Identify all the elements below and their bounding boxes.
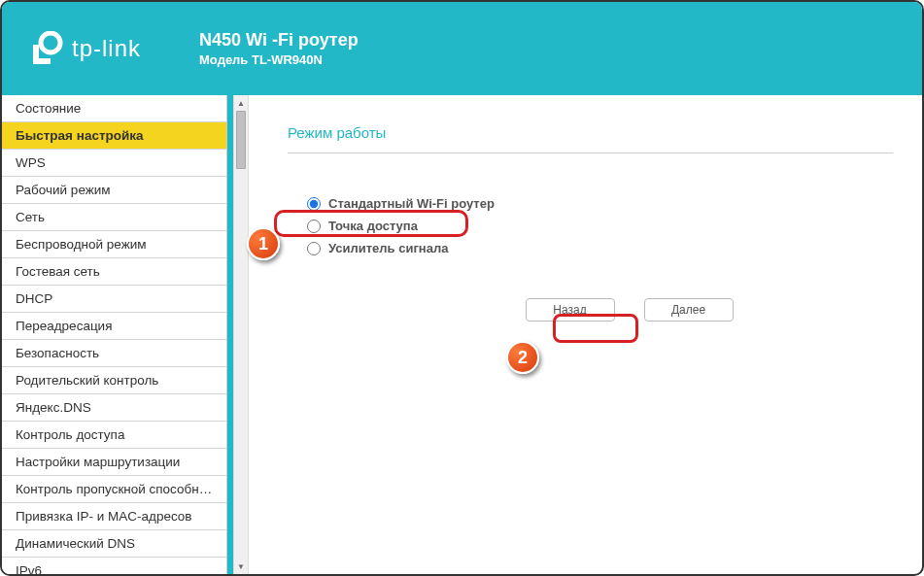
main-panel: Режим работы Стандартный Wi-Fi роутерТоч… [249,95,922,574]
sidebar-item-14[interactable]: Контроль пропускной способности [2,476,226,503]
mode-radio-0[interactable] [307,197,321,211]
sidebar-item-13[interactable]: Настройки маршрутизации [2,449,226,476]
sidebar-item-17[interactable]: IPv6 [2,558,226,574]
sidebar-item-9[interactable]: Безопасность [2,340,226,367]
sidebar-item-12[interactable]: Контроль доступа [2,422,226,449]
tp-link-logo-icon [29,31,64,66]
product-info: N450 Wi -Fi роутер Модель TL-WR940N [199,30,359,67]
next-button[interactable]: Далее [644,298,734,322]
product-title: N450 Wi -Fi роутер [199,30,359,51]
sidebar-item-7[interactable]: DHCP [2,286,226,313]
brand-text: tp-link [72,35,141,62]
callout-badge-2: 2 [506,341,539,374]
sidebar-item-0[interactable]: Состояние [2,95,226,122]
sidebar-item-8[interactable]: Переадресация [2,313,226,340]
scroll-down-icon[interactable]: ▼ [234,559,248,574]
mode-option-0[interactable]: Стандартный Wi-Fi роутер [307,192,893,215]
svg-point-0 [41,33,60,52]
sidebar-item-1[interactable]: Быстрая настройка [2,122,226,150]
mode-label-2: Усилитель сигнала [328,241,448,255]
mode-radio-2[interactable] [307,242,321,255]
sidebar-item-3[interactable]: Рабочий режим [2,177,226,204]
scrollbar[interactable]: ▲ ▼ [233,95,249,574]
sidebar-item-4[interactable]: Сеть [2,204,226,231]
sidebar-item-5[interactable]: Беспроводной режим [2,231,226,258]
sidebar-item-2[interactable]: WPS [2,150,226,177]
scroll-thumb[interactable] [236,111,246,169]
mode-label-1: Точка доступа [328,219,418,233]
page-title: Режим работы [288,124,893,141]
callout-badge-1: 1 [247,227,280,260]
sidebar: СостояниеБыстрая настройкаWPSРабочий реж… [2,95,227,574]
sidebar-item-15[interactable]: Привязка IP- и MAC-адресов [2,503,226,530]
button-row: Назад Далее [365,298,893,322]
scroll-track[interactable] [234,111,248,559]
sidebar-item-10[interactable]: Родительский контроль [2,367,226,394]
content-container: СостояниеБыстрая настройкаWPSРабочий реж… [2,95,922,574]
sidebar-item-6[interactable]: Гостевая сеть [2,258,226,286]
mode-radio-1[interactable] [307,220,321,233]
product-model: Модель TL-WR940N [199,52,359,67]
title-divider [288,152,893,153]
mode-option-2[interactable]: Усилитель сигнала [307,237,893,259]
sidebar-item-16[interactable]: Динамический DNS [2,530,226,558]
mode-option-1[interactable]: Точка доступа [307,215,893,237]
sidebar-item-11[interactable]: Яндекс.DNS [2,394,226,422]
scroll-up-icon[interactable]: ▲ [234,95,248,111]
svg-rect-2 [33,58,51,64]
back-button[interactable]: Назад [526,298,615,322]
mode-label-0: Стандартный Wi-Fi роутер [328,196,495,211]
brand-logo: tp-link [29,31,141,66]
header: tp-link N450 Wi -Fi роутер Модель TL-WR9… [2,2,922,95]
mode-radio-group: Стандартный Wi-Fi роутерТочка доступаУси… [307,192,893,259]
